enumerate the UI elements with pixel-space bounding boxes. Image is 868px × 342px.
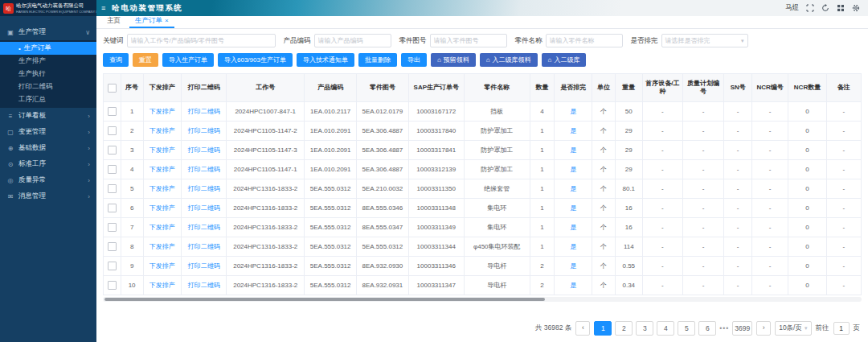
gear-icon[interactable] [852, 4, 860, 12]
cell-sn: - [724, 141, 752, 160]
row-checkbox[interactable] [108, 146, 117, 155]
sidebar-item-change-management[interactable]: ▢变更管理› [0, 124, 96, 140]
tab-production-order[interactable]: 生产订单× [129, 14, 174, 28]
cell-part_name: 导电杆 [464, 257, 530, 276]
page-button-5[interactable]: 5 [678, 321, 695, 336]
import-tech-notice-button[interactable]: 导入技术通知单 [297, 53, 354, 67]
print-qrcode-cell: 打印二维码 [182, 276, 227, 295]
sidebar-item-message-management[interactable]: ✉消息管理› [0, 188, 96, 204]
dispatch-link[interactable]: 下发排产 [149, 282, 175, 289]
sidebar-item-base-data[interactable]: ⊕基础数据› [0, 140, 96, 156]
product-code-input[interactable] [314, 34, 391, 47]
select-all-checkbox[interactable] [108, 84, 117, 93]
close-tab-icon[interactable]: × [165, 17, 169, 24]
sidebar-item-production-scheduling[interactable]: 生产排产 [0, 55, 96, 68]
print-qrcode-link[interactable]: 打印二维码 [188, 185, 220, 192]
row-checkbox[interactable] [108, 262, 117, 270]
dispatch-link[interactable]: 下发排产 [149, 185, 175, 192]
page-button-3699[interactable]: 3699 [732, 321, 752, 336]
print-qrcode-link[interactable]: 打印二维码 [188, 127, 220, 134]
dispatch-link[interactable]: 下发排产 [149, 166, 175, 173]
prev-page-button[interactable]: ‹ [575, 321, 590, 336]
cell-product_code: 5EA.555.0312 [305, 179, 357, 199]
tab-home[interactable]: 主页 [101, 14, 126, 28]
cell-ncr_qty: 0 [788, 122, 826, 141]
sidebar-item-quality-exception[interactable]: ◎质量异常› [0, 172, 96, 188]
row-checkbox[interactable] [108, 223, 117, 232]
scheduled-cell: 是 [555, 218, 592, 237]
grid-icon[interactable] [837, 4, 845, 12]
column-header-7: 零件名称 [464, 74, 530, 102]
dispatch-link[interactable]: 下发排产 [149, 127, 175, 134]
print-qrcode-link[interactable]: 打印二维码 [188, 224, 220, 231]
tab-label: 生产订单 [135, 16, 162, 26]
print-qrcode-link[interactable]: 打印二维码 [188, 166, 220, 173]
active-dot: • [18, 45, 21, 52]
print-qrcode-link[interactable]: 打印二维码 [188, 262, 220, 270]
column-header-13: 质量计划编号 [682, 74, 724, 102]
row-checkbox[interactable] [108, 281, 117, 290]
page-button-1[interactable]: 1 [594, 321, 612, 336]
cell-sap_no: 10003311348 [408, 199, 464, 218]
part-drawing-no-input[interactable] [430, 34, 507, 47]
secondary-store-button[interactable]: ⌂入二级库 [542, 53, 587, 67]
part-name-input[interactable] [546, 34, 623, 47]
row-checkbox[interactable] [108, 242, 117, 251]
goto-page-input[interactable] [833, 322, 850, 335]
page-button-4[interactable]: 4 [657, 321, 674, 336]
keyword-input[interactable] [127, 34, 276, 47]
message-icon: ✉ [6, 193, 14, 200]
sidebar-item-order-board[interactable]: ≡订单看板› [0, 108, 96, 124]
sidebar-item-standard-process[interactable]: ⊙标准工序› [0, 156, 96, 172]
sidebar-item-production-management[interactable]: ▣生产管理∨ [0, 24, 96, 40]
cell-part_no: 5EA.306.4887 [357, 160, 409, 179]
sidebar-item-process-summary[interactable]: 工序汇总 [0, 93, 96, 106]
cell-seq: 7 [121, 218, 143, 237]
sidebar-item-print-qrcode[interactable]: 打印二维码 [0, 80, 96, 93]
page-button-3[interactable]: 3 [636, 321, 653, 336]
collapse-sidebar-icon[interactable]: ≡ [101, 4, 105, 12]
row-checkbox[interactable] [108, 184, 117, 193]
horizontal-scrollbar-thumb[interactable] [104, 298, 545, 301]
print-qrcode-link[interactable]: 打印二维码 [188, 204, 220, 212]
dispatch-link[interactable]: 下发排产 [149, 108, 175, 115]
next-page-button[interactable]: › [756, 321, 771, 336]
user-name[interactable]: 马煜 [785, 3, 799, 13]
dispatch-link[interactable]: 下发排产 [149, 243, 175, 250]
refresh-icon[interactable] [821, 4, 829, 12]
page-size-select[interactable]: 10条/页 ▾ [775, 321, 811, 336]
cell-sn: - [724, 122, 752, 141]
reset-button[interactable]: 重置 [133, 53, 158, 67]
sidebar-item-production-execution[interactable]: 生产执行 [0, 68, 96, 80]
sidebar-item-production-order[interactable]: •生产订单 [0, 42, 96, 55]
print-qrcode-link[interactable]: 打印二维码 [188, 282, 220, 289]
import-production-order-button[interactable]: 导入生产订单 [162, 53, 214, 67]
cell-ncr_no: - [751, 102, 788, 122]
fullscreen-icon[interactable] [806, 4, 814, 12]
row-checkbox[interactable] [108, 204, 117, 212]
batch-delete-button[interactable]: 批量删除 [358, 53, 397, 67]
button-label: 批量删除 [365, 56, 391, 64]
row-checkbox[interactable] [108, 107, 117, 116]
row-checkbox[interactable] [108, 126, 117, 135]
print-qrcode-link[interactable]: 打印二维码 [188, 108, 220, 115]
page-button-6[interactable]: 6 [698, 321, 716, 336]
print-qrcode-link[interactable]: 打印二维码 [188, 146, 220, 154]
dispatch-link[interactable]: 下发排产 [149, 204, 175, 212]
dispatch-link[interactable]: 下发排产 [149, 146, 175, 154]
row-checkbox[interactable] [108, 165, 117, 174]
print-qrcode-link[interactable]: 打印二维码 [188, 243, 220, 250]
dispatch-link[interactable]: 下发排产 [149, 224, 175, 231]
dispatch-cell: 下发排产 [143, 218, 181, 237]
search-button[interactable]: 查询 [103, 53, 129, 67]
page-button-2[interactable]: 2 [615, 321, 633, 336]
export-button[interactable]: 导出 [401, 53, 427, 67]
scheduled-filter-select[interactable]: 请选择是否排完▾ [661, 34, 748, 47]
cell-sap_no: 10003317840 [408, 122, 464, 141]
reserve-material-button[interactable]: ⌂预留领料 [431, 53, 476, 67]
scheduled-flag: 是 [570, 166, 576, 173]
chevron-right-icon: › [88, 145, 90, 152]
secondary-store-material-button[interactable]: ⌂入二级库领料 [480, 53, 538, 67]
import-603-903-order-button[interactable]: 导入603/903生产订单 [218, 53, 293, 67]
dispatch-link[interactable]: 下发排产 [149, 262, 175, 270]
